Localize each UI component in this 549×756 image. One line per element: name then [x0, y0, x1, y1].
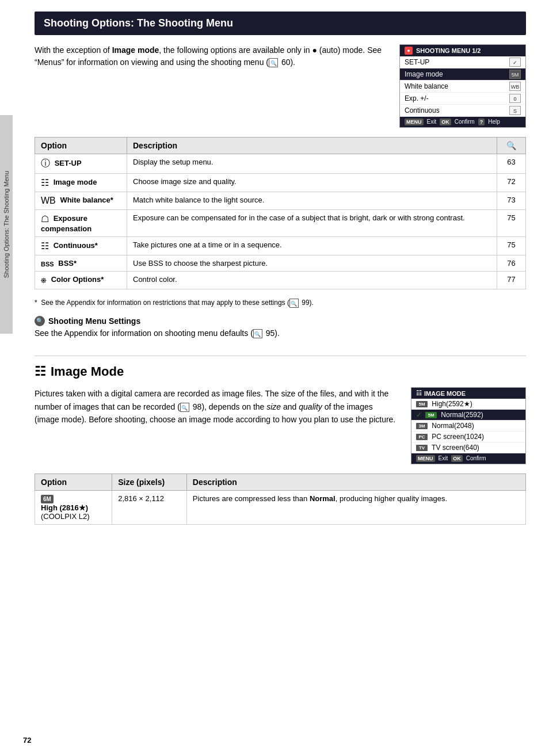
shooting-menu-footer: MENU Exit OK Confirm ? Help: [400, 117, 525, 127]
image-mode-menu-box: ☷ IMAGE MODE 5M High(2592★) ✓ 5M Normal(…: [411, 387, 526, 464]
shooting-menu-box: ● SHOOTING MENU 1/2 SET-UP ✓ Image mode …: [399, 44, 526, 128]
color-options-icon: ⎈: [41, 275, 47, 285]
im-row-tv: TV TV screen(640): [411, 442, 525, 453]
menu-row-continuous: Continuous S: [400, 105, 525, 117]
page-number: 72: [23, 736, 31, 744]
image-mode-section-icon: ☷: [35, 364, 46, 379]
table-row: ⎈ Color Options* Control color. 77: [35, 272, 526, 289]
image-mode-menu-footer: MENU Exit OK Confirm: [411, 453, 525, 464]
image-mode-content: Pictures taken with a digital camera are…: [35, 387, 526, 464]
image-mode-table: Option Size (pixels) Description 6M High…: [35, 474, 526, 525]
settings-heading: 🔍 Shooting Menu Settings: [35, 316, 526, 326]
im-col-size: Size (pixels): [112, 474, 187, 491]
image-mode-section: ☷ Image Mode Pictures taken with a digit…: [35, 364, 526, 525]
camera-icon: ●: [405, 47, 413, 55]
im-row-high: 5M High(2592★): [411, 399, 525, 410]
auto-icon: ●: [312, 45, 317, 55]
continuous-icon: ☷: [41, 240, 49, 251]
intro-text: With the exception of Image mode, the fo…: [35, 44, 388, 128]
col-header-page: 🔍: [497, 138, 526, 154]
table-row: WB White balance* Match white balance to…: [35, 192, 526, 210]
checkmark-icon: ✓: [416, 411, 422, 419]
table-row: BSS BSS* Use BSS to choose the sharpest …: [35, 255, 526, 272]
shooting-menu-title: ● SHOOTING MENU 1/2: [400, 45, 525, 56]
im-title-icon: ☷: [416, 390, 422, 397]
image-mode-heading: ☷ Image Mode: [35, 364, 526, 379]
image-mode-table-icon: ☷: [41, 177, 49, 188]
image-mode-bold: Image mode: [112, 45, 159, 55]
image-mode-menu-title: ☷ IMAGE MODE: [411, 388, 525, 399]
image-mode-description: Pictures taken with a digital camera are…: [35, 387, 399, 464]
im-row-normal-selected: ✓ 5M Normal(2592): [411, 410, 525, 421]
ref-icon-95: 🔍: [253, 329, 262, 338]
wb-icon: WB: [41, 196, 56, 206]
ref-icon-98: 🔍: [180, 403, 189, 412]
page-title: Shooting Options: The Shooting Menu: [35, 12, 526, 35]
table-row: ☖ Exposurecompensation Exposure can be c…: [35, 210, 526, 237]
settings-icon: 🔍: [35, 316, 45, 326]
menu-row-whitebalance: White balance WB: [400, 81, 525, 93]
6m-badge: 6M: [41, 495, 54, 503]
col-header-option: Option: [35, 138, 127, 154]
im-col-option: Option: [35, 474, 112, 491]
shooting-options-table: Option Description 🔍 ⓘ SET-UP Display th…: [35, 137, 526, 289]
menu-row-setup: SET-UP ✓: [400, 56, 525, 68]
setup-icon: ⓘ: [41, 158, 50, 170]
bss-icon: BSS: [41, 261, 54, 268]
col-header-description: Description: [127, 138, 497, 154]
menu-row-exp: Exp. +/- 0: [400, 93, 525, 105]
table-row: ☷ Image mode Choose image size and quali…: [35, 174, 526, 192]
page: Shooting Options: The Shooting Menu Shoo…: [0, 0, 549, 756]
shooting-menu-settings: 🔍 Shooting Menu Settings See the Appendi…: [35, 316, 526, 338]
im-row-pc: PC PC screen(1024): [411, 432, 525, 442]
im-row-normal3m: 3M Normal(2048): [411, 421, 525, 432]
section-divider: [35, 356, 526, 356]
im-col-description: Description: [186, 474, 525, 491]
ref-icon-99: 🔍: [289, 299, 299, 308]
exposure-icon: ☖: [41, 213, 49, 224]
menu-row-imagemode: Image mode 5M: [400, 68, 525, 81]
table-row: ⓘ SET-UP Display the setup menu. 63: [35, 154, 526, 174]
sidebar-label: Shooting Options: The Shooting Menu: [0, 115, 13, 334]
footnote: * See the Appendix for information on re…: [35, 297, 526, 308]
intro-section: With the exception of Image mode, the fo…: [35, 44, 526, 128]
table-row: ☷ Continuous* Take pictures one at a tim…: [35, 237, 526, 255]
ref-icon-60: 🔍: [269, 58, 278, 67]
table-row: 6M High (2816★) (COOLPIX L2) 2,816 × 2,1…: [35, 491, 526, 525]
